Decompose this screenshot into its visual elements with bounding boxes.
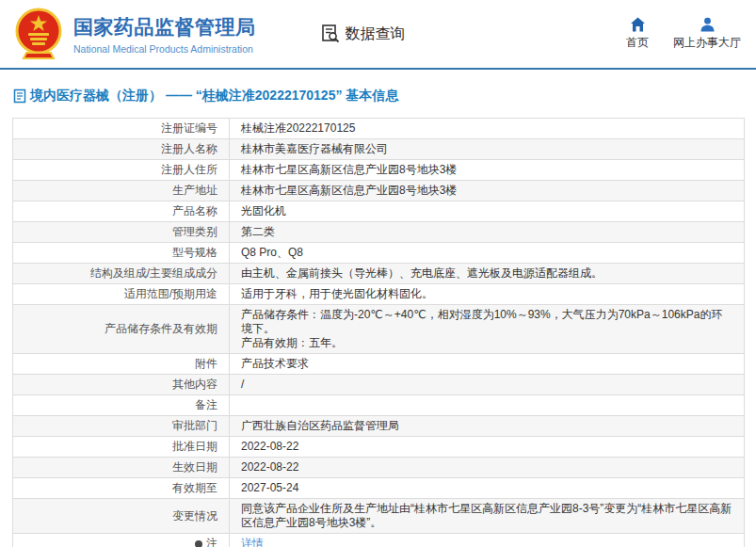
field-value: 产品储存条件：温度为-20℃～+40℃，相对湿度为10%～93%，大气压力为70… — [230, 305, 745, 354]
field-label: 其他内容 — [13, 375, 230, 395]
field-label: 附件 — [13, 354, 230, 375]
table-row: 生效日期2022-08-22 — [13, 458, 745, 478]
table-row: 注册人住所桂林市七星区高新区信息产业园8号地块3楼 — [13, 160, 745, 181]
field-value: 第二类 — [230, 222, 745, 243]
field-label: 生效日期 — [13, 458, 230, 478]
table-row: 管理类别第二类 — [13, 222, 745, 243]
document-icon — [13, 88, 26, 104]
brand-text: 国家药品监督管理局 National Medical Products Admi… — [73, 14, 256, 55]
table-row: 型号规格Q8 Pro、Q8 — [13, 243, 745, 264]
field-value: 2022-08-22 — [230, 437, 745, 458]
field-value: 桂械注准20222170125 — [230, 119, 745, 139]
data-query-label: 数据查询 — [346, 24, 406, 44]
field-label: 有效期至 — [13, 478, 230, 499]
site-title: 国家药品监督管理局 — [73, 14, 256, 40]
nav-home[interactable]: 首页 — [626, 17, 649, 51]
field-label: 型号规格 — [13, 243, 230, 264]
table-row: 适用范围/预期用途适用于牙科，用于使光固化材料固化。 — [13, 284, 745, 305]
field-label: 变更情况 — [13, 499, 230, 534]
field-value: Q8 Pro、Q8 — [230, 243, 745, 264]
table-row: 其他内容/ — [13, 375, 745, 395]
field-label: 注册证编号 — [13, 119, 230, 139]
person-icon — [700, 17, 716, 32]
field-label: 审批部门 — [13, 416, 230, 437]
field-value: 桂林市七星区高新区信息产业园8号地块3楼 — [230, 181, 745, 201]
national-emblem-logo — [13, 7, 64, 61]
data-query-icon — [320, 24, 341, 44]
field-label: 管理类别 — [13, 222, 230, 243]
page-title-text: 境内医疗器械（注册） —— “桂械注准20222170125” 基本信息 — [30, 88, 398, 105]
table-row: 附件产品技术要求 — [13, 354, 745, 375]
field-value: 由主机、金属前接头（导光棒）、充电底座、遮光板及电源适配器组成。 — [230, 264, 745, 284]
field-label: 生产地址 — [13, 181, 230, 201]
site-subtitle: National Medical Products Administration — [73, 43, 256, 55]
bulb-icon — [195, 540, 202, 547]
field-value: 2022-08-22 — [230, 458, 745, 478]
field-value: 广西壮族自治区药品监督管理局 — [230, 416, 745, 437]
detail-link[interactable]: 详情 — [241, 537, 264, 547]
table-row: 注详情 — [13, 534, 745, 547]
field-label: 注册人住所 — [13, 160, 230, 181]
field-value: 同意该产品企业住所及生产地址由“桂林市七星区高新区信息产业园8-3号”变更为“桂… — [230, 499, 745, 534]
field-value: 桂林市美嘉医疗器械有限公司 — [230, 139, 745, 160]
table-row: 结构及组成/主要组成成分由主机、金属前接头（导光棒）、充电底座、遮光板及电源适配… — [13, 264, 745, 284]
field-value — [230, 395, 745, 416]
field-value: 光固化机 — [230, 201, 745, 222]
page-title: 境内医疗器械（注册） —— “桂械注准20222170125” 基本信息 — [13, 87, 756, 105]
page: 国家药品监督管理局 National Medical Products Admi… — [0, 0, 756, 547]
brand: 国家药品监督管理局 National Medical Products Admi… — [13, 7, 256, 61]
table-row: 审批部门广西壮族自治区药品监督管理局 — [13, 416, 745, 437]
field-label: 产品储存条件及有效期 — [13, 305, 230, 354]
info-table: 注册证编号桂械注准20222170125注册人名称桂林市美嘉医疗器械有限公司注册… — [12, 118, 745, 547]
field-label: 产品名称 — [13, 201, 230, 222]
field-label: 备注 — [13, 395, 230, 416]
field-label: 适用范围/预期用途 — [13, 284, 230, 305]
top-nav: 首页 网上办事大厅 — [626, 17, 741, 51]
field-label: 注册人名称 — [13, 139, 230, 160]
field-value: 详情 — [230, 534, 745, 547]
table-row: 注册人名称桂林市美嘉医疗器械有限公司 — [13, 139, 745, 160]
table-row: 批准日期2022-08-22 — [13, 437, 745, 458]
table-row: 变更情况同意该产品企业住所及生产地址由“桂林市七星区高新区信息产业园8-3号”变… — [13, 499, 745, 534]
field-value: 适用于牙科，用于使光固化材料固化。 — [230, 284, 745, 305]
table-row: 有效期至2027-05-24 — [13, 478, 745, 499]
field-value: 2027-05-24 — [230, 478, 745, 499]
field-value: 产品技术要求 — [230, 354, 745, 375]
site-header: 国家药品监督管理局 National Medical Products Admi… — [0, 0, 756, 70]
nav-home-label: 首页 — [626, 35, 649, 51]
table-row: 注册证编号桂械注准20222170125 — [13, 119, 745, 139]
field-value: 桂林市七星区高新区信息产业园8号地块3楼 — [230, 160, 745, 181]
nav-service-hall-label: 网上办事大厅 — [673, 35, 741, 51]
data-query-tab[interactable]: 数据查询 — [320, 24, 406, 44]
field-label: 批准日期 — [13, 437, 230, 458]
table-row: 产品储存条件及有效期产品储存条件：温度为-20℃～+40℃，相对湿度为10%～9… — [13, 305, 745, 354]
home-icon — [630, 17, 646, 32]
field-value: / — [230, 375, 745, 395]
field-label: 结构及组成/主要组成成分 — [13, 264, 230, 284]
field-label: 注 — [13, 534, 230, 547]
nav-service-hall[interactable]: 网上办事大厅 — [673, 17, 741, 51]
table-row: 产品名称光固化机 — [13, 201, 745, 222]
table-row: 生产地址桂林市七星区高新区信息产业园8号地块3楼 — [13, 181, 745, 201]
table-row: 备注 — [13, 395, 745, 416]
